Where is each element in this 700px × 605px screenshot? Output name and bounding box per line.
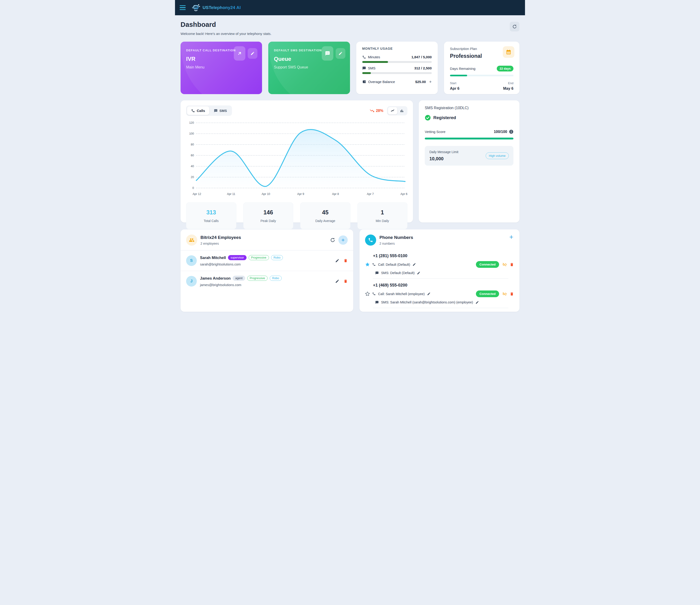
svg-text:Apr 12: Apr 12 xyxy=(193,192,201,196)
edit-sms-destination-button[interactable] xyxy=(336,48,345,59)
pencil-icon xyxy=(427,292,430,295)
plus-icon xyxy=(341,238,345,242)
unlink-number-button[interactable] xyxy=(502,262,507,267)
edit-sms-routing-button[interactable] xyxy=(417,271,420,275)
phone-numbers-card: Phone Numbers 2 numbers +1 (281) 555-010… xyxy=(359,230,520,312)
phone-numbers-title: Phone Numbers xyxy=(379,235,413,240)
sms-icon xyxy=(375,271,379,275)
add-balance-button[interactable]: + xyxy=(429,80,432,84)
add-employee-button[interactable] xyxy=(339,235,348,245)
edit-employee-button[interactable] xyxy=(335,279,339,283)
wallet-icon xyxy=(362,80,366,84)
call-routing-text: Call: Sarah Mitchell (employee) xyxy=(378,292,425,296)
stat-label: Daily Average xyxy=(315,219,335,223)
link-off-icon xyxy=(502,292,507,296)
pencil-icon xyxy=(475,301,479,304)
line-chart-toggle[interactable] xyxy=(388,107,397,114)
page-subtitle: Welcome back! Here's an overview of your… xyxy=(180,32,272,35)
stat-value: 1 xyxy=(381,209,384,216)
tag-badge: Progressive xyxy=(247,276,268,281)
phone-icon xyxy=(365,235,376,245)
edit-call-destination-button[interactable] xyxy=(248,48,257,59)
open-sms-destination-button[interactable] xyxy=(322,46,333,60)
delete-number-button[interactable] xyxy=(510,262,514,267)
svg-text:Apr 10: Apr 10 xyxy=(261,192,270,196)
chart-type-toggle xyxy=(387,106,407,115)
employee-email: james@brightsolutions.com xyxy=(200,283,332,287)
phone-numbers-count: 2 numbers xyxy=(379,242,413,245)
stat-value: 45 xyxy=(322,209,328,216)
employees-title: Bitrix24 Employees xyxy=(200,235,241,240)
edit-employee-button[interactable] xyxy=(335,259,339,263)
unlink-number-button[interactable] xyxy=(502,292,507,296)
default-call-destination-card: DEFAULT CALL DESTINATION IVR Main Menu xyxy=(180,42,262,94)
trash-icon xyxy=(510,262,514,267)
high-volume-badge: High volume xyxy=(486,152,509,159)
employee-name: James Anderson xyxy=(200,276,230,281)
phone-icon xyxy=(372,263,376,266)
sms-icon xyxy=(214,109,218,113)
tab-sms[interactable]: SMS xyxy=(210,106,231,115)
role-badge: agent xyxy=(233,276,245,281)
pencil-icon xyxy=(335,279,339,283)
activity-stats: 313 Total Calls 146 Peak Daily 45 Daily … xyxy=(186,202,407,229)
subscription-progress xyxy=(450,75,514,76)
refresh-icon xyxy=(512,24,517,29)
trash-icon xyxy=(510,292,514,296)
open-call-destination-button[interactable] xyxy=(234,46,245,60)
delete-employee-button[interactable] xyxy=(344,259,348,263)
avatar: J xyxy=(186,276,197,287)
stat-label: Total Calls xyxy=(204,219,219,223)
trend-indicator: 28% xyxy=(370,108,383,113)
sms-routing-text: SMS: Sarah Mitchell (sarah@brightsolutio… xyxy=(381,300,473,304)
add-phone-number-button[interactable] xyxy=(509,235,514,240)
stat-peak-daily: 146 Peak Daily xyxy=(243,202,294,229)
employees-card: Bitrix24 Employees 2 employees xyxy=(180,230,353,312)
minutes-value: 1,847 / 5,000 xyxy=(411,55,432,59)
svg-text:80: 80 xyxy=(191,143,194,146)
status-badge: Connected xyxy=(476,261,499,268)
delete-number-button[interactable] xyxy=(510,292,514,296)
svg-text:Apr 7: Apr 7 xyxy=(367,192,374,196)
overage-label: Overage Balance xyxy=(368,80,395,84)
svg-text:Apr 11: Apr 11 xyxy=(227,192,235,196)
page-refresh-button[interactable] xyxy=(510,22,520,31)
tab-calls[interactable]: Calls xyxy=(187,106,209,115)
phone-icon xyxy=(372,292,376,295)
tab-calls-label: Calls xyxy=(197,109,205,113)
start-label: Start xyxy=(450,81,459,85)
svg-text:120: 120 xyxy=(189,121,194,125)
call-destination-detail: Main Menu xyxy=(186,65,256,70)
bar-chart-toggle[interactable] xyxy=(397,107,406,114)
robot-logo-icon xyxy=(192,3,200,12)
tag-badge: Robo xyxy=(271,255,283,260)
svg-text:Apr 9: Apr 9 xyxy=(297,192,304,196)
registration-status: Registered xyxy=(433,115,456,120)
tag-badge: Robo xyxy=(270,276,282,281)
edit-sms-routing-button[interactable] xyxy=(475,301,479,304)
stat-daily-average: 45 Daily Average xyxy=(300,202,350,229)
stat-label: Min Daily xyxy=(376,219,389,223)
days-remaining-badge: 22 days xyxy=(497,66,514,72)
page-title: Dashboard xyxy=(180,21,272,28)
edit-call-routing-button[interactable] xyxy=(412,263,416,266)
delete-employee-button[interactable] xyxy=(344,279,348,283)
info-icon[interactable] xyxy=(509,130,514,134)
favorite-star-icon[interactable] xyxy=(365,291,370,296)
avatar: S xyxy=(186,255,197,266)
svg-text:40: 40 xyxy=(191,165,194,168)
edit-call-routing-button[interactable] xyxy=(427,292,430,295)
monthly-usage-card: MONTHLY USAGE Minutes 1,847 / 5,000 xyxy=(356,42,438,94)
pencil-icon xyxy=(339,51,343,55)
sms-icon xyxy=(362,67,366,70)
default-sms-destination-card: DEFAULT SMS DESTINATION Queue Support SM… xyxy=(268,42,350,94)
menu-icon[interactable] xyxy=(180,5,186,10)
favorite-star-icon[interactable] xyxy=(365,262,370,267)
overage-value: $25.00 xyxy=(415,80,426,84)
trending-down-icon xyxy=(370,108,375,113)
svg-text:60: 60 xyxy=(191,154,194,157)
vetting-score-value: 100/100 xyxy=(494,130,507,134)
svg-text:100: 100 xyxy=(189,132,194,135)
employees-refresh-button[interactable] xyxy=(330,238,335,243)
sms-icon xyxy=(375,301,379,304)
